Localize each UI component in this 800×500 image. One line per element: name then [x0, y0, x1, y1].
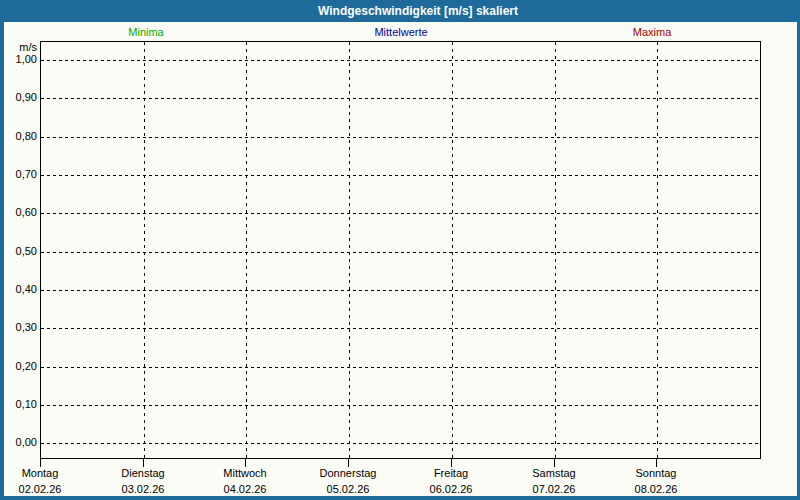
y-gridline: [41, 405, 760, 406]
y-gridline: [41, 252, 760, 253]
x-axis-tick: [245, 459, 246, 467]
x-gridline: [452, 42, 453, 458]
y-tick-label: 0,70: [0, 168, 37, 180]
y-tick-label: 0,80: [0, 130, 37, 142]
x-gridline: [246, 42, 247, 458]
y-gridline: [41, 290, 760, 291]
day-label: Freitag: [391, 467, 511, 479]
y-tick-label: 0,40: [0, 283, 37, 295]
date-label: 06.02.26: [391, 483, 511, 495]
x-axis-tick: [40, 459, 41, 467]
x-axis-tick: [554, 459, 555, 467]
date-label: 04.02.26: [185, 483, 305, 495]
title-bar: Windgeschwindigkeit [m/s] skaliert: [0, 0, 800, 22]
chart-window: Windgeschwindigkeit [m/s] skaliert Minim…: [0, 0, 800, 500]
day-label: Donnerstag: [288, 467, 408, 479]
y-tick-label: 0,50: [0, 245, 37, 257]
y-tick-label: 0,00: [0, 436, 37, 448]
y-gridline: [41, 137, 760, 138]
x-gridline: [555, 42, 556, 458]
legend-label-mittelwerte: Mittelwerte: [374, 26, 427, 38]
y-tick-label: 1,00: [0, 53, 37, 65]
y-gridline: [41, 60, 760, 61]
x-axis-tick: [348, 459, 349, 467]
x-axis-tick: [143, 459, 144, 467]
y-axis-unit-label: m/s: [0, 41, 37, 53]
day-label: Mittwoch: [185, 467, 305, 479]
plot-area: [40, 41, 761, 459]
legend-label-minima: Minima: [128, 26, 163, 38]
y-tick-label: 0,10: [0, 398, 37, 410]
y-gridline: [41, 328, 760, 329]
page-title: Windgeschwindigkeit [m/s] skaliert: [318, 4, 518, 18]
x-gridline: [144, 42, 145, 458]
y-tick-label: 0,20: [0, 360, 37, 372]
y-tick-label: 0,30: [0, 321, 37, 333]
day-label: Sonntag: [596, 467, 716, 479]
y-gridline: [41, 367, 760, 368]
x-axis-tick: [451, 459, 452, 467]
y-gridline: [41, 443, 760, 444]
legend-label-maxima: Maxima: [633, 26, 672, 38]
x-axis-tick: [656, 459, 657, 467]
x-gridline: [349, 42, 350, 458]
date-label: 05.02.26: [288, 483, 408, 495]
y-gridline: [41, 213, 760, 214]
y-gridline: [41, 98, 760, 99]
date-label: 08.02.26: [596, 483, 716, 495]
y-gridline: [41, 175, 760, 176]
x-gridline: [657, 42, 658, 458]
y-tick-label: 0,60: [0, 206, 37, 218]
y-tick-label: 0,90: [0, 91, 37, 103]
